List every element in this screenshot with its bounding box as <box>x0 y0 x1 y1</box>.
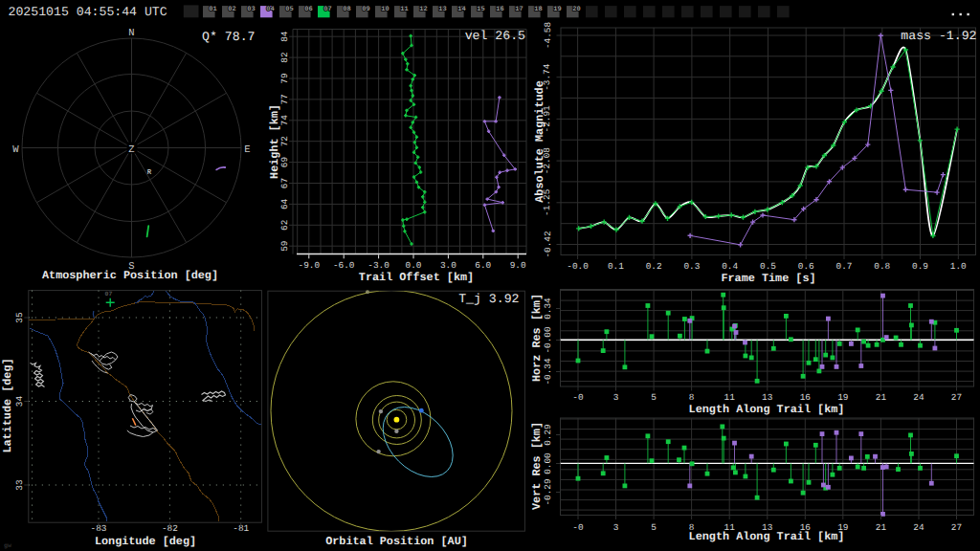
svg-text:-0: -0 <box>572 522 584 533</box>
svg-text:06: 06 <box>304 6 312 13</box>
svg-text:08: 08 <box>343 6 350 13</box>
svg-text:59: 59 <box>279 241 290 252</box>
svg-text:W: W <box>12 144 19 156</box>
svg-text:0.8: 0.8 <box>874 261 890 272</box>
svg-text:33: 33 <box>14 479 25 491</box>
svg-text:15: 15 <box>477 6 484 13</box>
svg-text:-3.0: -3.0 <box>368 260 390 271</box>
svg-text:0.3: 0.3 <box>683 261 700 272</box>
svg-text:-0.34: -0.34 <box>543 358 553 386</box>
svg-text:5: 5 <box>651 522 657 533</box>
svg-text:03: 03 <box>247 6 255 13</box>
svg-text:-0.0: -0.0 <box>567 261 589 272</box>
svg-text:12: 12 <box>419 6 427 13</box>
svg-text:gw: gw <box>4 542 11 549</box>
svg-text:Vert Res [km]: Vert Res [km] <box>530 422 544 510</box>
svg-text:0.2: 0.2 <box>646 261 662 272</box>
svg-text:20: 20 <box>572 6 580 13</box>
svg-text:10: 10 <box>381 6 389 13</box>
svg-text:27: 27 <box>951 522 962 533</box>
svg-text:E: E <box>244 144 250 156</box>
svg-text:27: 27 <box>951 392 962 403</box>
svg-text:24: 24 <box>913 392 924 403</box>
svg-text:3.0: 3.0 <box>440 260 457 271</box>
svg-text:Longitude [deg]: Longitude [deg] <box>95 535 196 548</box>
svg-text:0.0: 0.0 <box>406 260 422 271</box>
svg-text:16: 16 <box>496 6 503 13</box>
svg-text:79: 79 <box>279 73 290 83</box>
svg-text:21: 21 <box>876 522 887 533</box>
svg-text:-6.0: -6.0 <box>333 260 355 271</box>
svg-text:21: 21 <box>876 392 887 403</box>
svg-text:8: 8 <box>689 392 695 403</box>
svg-text:Orbital Position [AU]: Orbital Position [AU] <box>325 535 468 548</box>
svg-text:35: 35 <box>14 312 25 323</box>
svg-text:Z: Z <box>128 144 134 156</box>
svg-text:34: 34 <box>14 396 25 408</box>
svg-text:07: 07 <box>105 291 113 298</box>
svg-text:19: 19 <box>553 6 561 13</box>
svg-text:Length Along Trail [km]: Length Along Trail [km] <box>689 530 845 543</box>
svg-text:14: 14 <box>457 6 465 13</box>
svg-text:0.5: 0.5 <box>760 261 776 272</box>
svg-text:02: 02 <box>228 6 235 13</box>
svg-text:84: 84 <box>279 31 290 42</box>
svg-text:9.0: 9.0 <box>510 260 526 271</box>
svg-text:Trail Offset [km]: Trail Offset [km] <box>359 271 474 284</box>
svg-text:0.34: 0.34 <box>543 298 553 320</box>
svg-text:5: 5 <box>651 392 657 403</box>
svg-text:0.00: 0.00 <box>543 452 553 474</box>
svg-text:-0.00: -0.00 <box>543 326 553 354</box>
svg-text:07: 07 <box>323 6 331 13</box>
svg-text:09: 09 <box>362 6 369 13</box>
svg-text:3: 3 <box>613 392 619 403</box>
svg-text:Horz Res [km]: Horz Res [km] <box>530 294 544 382</box>
svg-text:01: 01 <box>209 6 216 13</box>
svg-text:0.4: 0.4 <box>722 261 738 272</box>
svg-text:13: 13 <box>438 6 446 13</box>
svg-text:Frame Time [s]: Frame Time [s] <box>721 272 815 285</box>
svg-text:11: 11 <box>724 392 736 403</box>
svg-text:vel 26.5: vel 26.5 <box>465 29 525 43</box>
svg-text:0.6: 0.6 <box>798 261 814 272</box>
svg-text:Latitude [deg]: Latitude [deg] <box>1 358 14 452</box>
svg-text:24: 24 <box>913 522 924 533</box>
svg-text:-0.42: -0.42 <box>543 231 553 257</box>
svg-text:0.9: 0.9 <box>912 261 928 272</box>
svg-text:1.0: 1.0 <box>950 261 967 272</box>
svg-text:Absolute Magnitude: Absolute Magnitude <box>533 80 546 202</box>
svg-text:77: 77 <box>279 94 290 104</box>
svg-text:13: 13 <box>762 392 773 403</box>
svg-text:Atmospheric Position [deg]: Atmospheric Position [deg] <box>42 269 218 282</box>
svg-text:0.1: 0.1 <box>608 261 624 272</box>
svg-text:0.7: 0.7 <box>836 261 853 272</box>
svg-text:Height [km]: Height [km] <box>268 104 281 179</box>
svg-text:82: 82 <box>279 52 290 62</box>
svg-text:0.29: 0.29 <box>543 424 553 446</box>
svg-text:16: 16 <box>800 392 812 403</box>
svg-text:T_j 3.92: T_j 3.92 <box>458 292 519 306</box>
svg-text:04: 04 <box>266 6 274 13</box>
svg-text:3: 3 <box>613 522 619 533</box>
svg-text:05: 05 <box>285 6 293 13</box>
svg-text:18: 18 <box>534 6 542 13</box>
svg-text:11: 11 <box>400 6 408 13</box>
svg-text:mass -1.92: mass -1.92 <box>901 29 976 43</box>
svg-text:64: 64 <box>279 198 290 209</box>
svg-text:20251015 04:55:44 UTC: 20251015 04:55:44 UTC <box>9 5 167 19</box>
svg-text:-4.58: -4.58 <box>543 22 553 50</box>
svg-text:-9.0: -9.0 <box>299 260 321 271</box>
svg-text:N: N <box>128 28 134 39</box>
svg-text:R: R <box>147 169 152 177</box>
svg-text:-0.29: -0.29 <box>543 478 553 505</box>
svg-text:Length Along Trail [km]: Length Along Trail [km] <box>689 403 845 416</box>
svg-text:19: 19 <box>837 392 848 403</box>
svg-text:Q* 78.7: Q* 78.7 <box>202 30 255 44</box>
svg-text:6.0: 6.0 <box>475 260 491 271</box>
svg-text:-0: -0 <box>572 392 584 403</box>
svg-text:62: 62 <box>279 220 290 231</box>
svg-text:17: 17 <box>515 6 523 13</box>
